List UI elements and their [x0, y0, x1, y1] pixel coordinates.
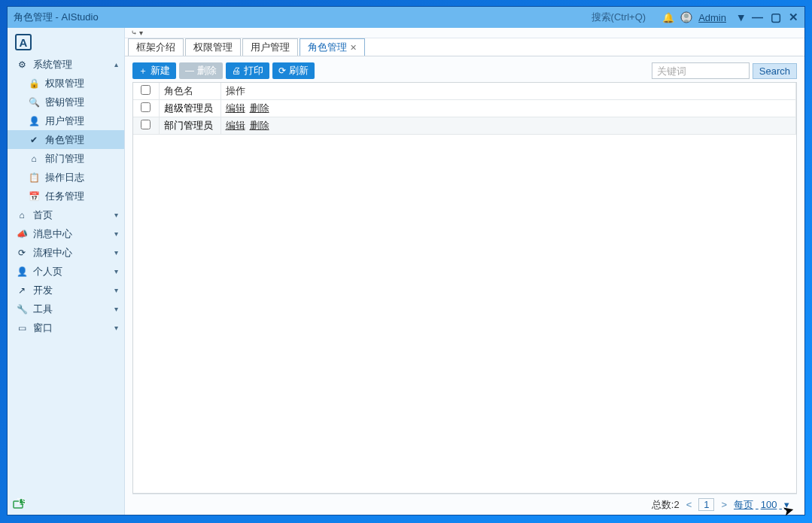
- window-title: 角色管理 - AIStudio: [14, 11, 99, 24]
- edit-link[interactable]: 编辑: [226, 102, 245, 114]
- sidebar-item-label: 个人页: [33, 265, 62, 278]
- select-all-header[interactable]: [133, 83, 159, 100]
- sidebar-item-14[interactable]: ▭窗口▾: [8, 318, 124, 337]
- chevron-icon: ▾: [114, 324, 118, 332]
- ops-cell: 编辑删除: [220, 117, 796, 135]
- sidebar-item-label: 窗口: [33, 321, 53, 335]
- chevron-down-icon: ▾: [784, 499, 789, 510]
- app-logo[interactable]: A: [15, 34, 32, 50]
- tab-2[interactable]: 用户管理: [242, 38, 298, 56]
- sidebar-item-label: 消息中心: [33, 227, 72, 241]
- edit-link[interactable]: 编辑: [226, 120, 245, 131]
- chevron-icon: ▾: [114, 230, 118, 238]
- new-button[interactable]: ＋新建: [132, 62, 176, 79]
- sidebar-item-4[interactable]: ✔角色管理: [8, 130, 124, 149]
- sidebar-item-1[interactable]: 🔒权限管理: [8, 74, 124, 93]
- sidebar-icon: 📣: [17, 229, 27, 239]
- tab-0[interactable]: 框架介绍: [128, 38, 184, 56]
- global-search-hint[interactable]: 搜索(Ctrl+Q): [592, 11, 646, 24]
- keyword-input[interactable]: [652, 62, 750, 79]
- chevron-icon: ▾: [114, 211, 118, 219]
- sidebar-item-10[interactable]: ⟳流程中心▾: [8, 243, 124, 262]
- sidebar-icon: 🔍: [29, 97, 39, 108]
- sidebar-icon: 📅: [29, 191, 39, 202]
- main-window: 角色管理 - AIStudio 搜索(Ctrl+Q) 🔔 Admin ▾ — ▢…: [7, 6, 805, 515]
- svg-point-1: [684, 14, 689, 18]
- role-header[interactable]: 角色名: [159, 83, 220, 100]
- titlebar[interactable]: 角色管理 - AIStudio 搜索(Ctrl+Q) 🔔 Admin ▾ — ▢…: [8, 7, 804, 28]
- svg-text:19: 19: [17, 498, 26, 506]
- sidebar-item-12[interactable]: ↗开发▾: [8, 281, 124, 300]
- row-checkbox[interactable]: [141, 102, 151, 112]
- refresh-button[interactable]: ⟳刷新: [272, 62, 315, 79]
- table-row: 部门管理员编辑删除: [133, 117, 796, 135]
- sidebar-icon: ⟳: [17, 248, 27, 258]
- sidebar-icon: ✔: [29, 135, 39, 145]
- chevron-down-icon[interactable]: ▾: [738, 11, 744, 24]
- tab-label: 权限管理: [193, 41, 233, 54]
- close-icon[interactable]: ✕: [789, 11, 798, 24]
- select-all-checkbox[interactable]: [141, 85, 151, 95]
- sidebar-item-5[interactable]: ⌂部门管理: [8, 149, 124, 168]
- chevron-icon: ▾: [114, 286, 118, 294]
- sidebar-icon: ⚙: [17, 59, 27, 70]
- delete-link[interactable]: 删除: [250, 102, 269, 114]
- refresh-icon: ⟳: [278, 65, 286, 76]
- print-icon: 🖨: [232, 65, 241, 76]
- sidebar-item-9[interactable]: 📣消息中心▾: [8, 224, 124, 243]
- sidebar-icon: ⌂: [29, 154, 39, 164]
- tab-1[interactable]: 权限管理: [185, 38, 241, 56]
- sidebar-item-label: 部门管理: [45, 152, 84, 166]
- chevron-icon: ▾: [114, 248, 118, 257]
- table-header-row: 角色名 操作: [133, 83, 796, 100]
- maximize-icon[interactable]: ▢: [771, 11, 781, 24]
- sidebar-item-2[interactable]: 🔍密钥管理: [8, 93, 124, 111]
- tab-strip: 框架介绍权限管理用户管理角色管理✕: [125, 38, 804, 56]
- search-button[interactable]: Search: [753, 63, 797, 79]
- delete-link[interactable]: 删除: [250, 120, 269, 131]
- user-link[interactable]: Admin: [698, 12, 726, 23]
- delete-button[interactable]: —删除: [179, 62, 223, 79]
- toolbar: ＋新建 —删除 🖨打印 ⟳刷新 Search: [132, 62, 797, 79]
- sidebar-item-8[interactable]: ⌂首页▾: [8, 205, 124, 224]
- sidebar-icon: ↗: [17, 285, 27, 296]
- tab-3[interactable]: 角色管理✕: [300, 38, 365, 56]
- quick-access-bar[interactable]: ⤷ ▾: [125, 28, 804, 38]
- chevron-icon: ▴: [114, 60, 118, 68]
- sidebar-item-6[interactable]: 📋操作日志: [8, 168, 124, 187]
- pager-next[interactable]: >: [719, 499, 729, 510]
- sidebar-item-label: 权限管理: [45, 77, 84, 90]
- close-icon[interactable]: ✕: [350, 43, 357, 53]
- sidebar-item-label: 开发: [33, 284, 53, 297]
- pager-size[interactable]: 每页 100 ▾: [734, 498, 789, 512]
- pager: 总数:2 < 1 > 每页 100 ▾: [132, 494, 797, 515]
- sidebar-item-label: 密钥管理: [45, 96, 84, 109]
- sidebar-icon: 👤: [17, 266, 27, 277]
- sidebar-item-label: 用户管理: [45, 114, 84, 128]
- plus-icon: ＋: [138, 65, 147, 78]
- sidebar-item-label: 流程中心: [33, 246, 72, 260]
- table-row: 超级管理员编辑删除: [133, 100, 796, 117]
- ops-header[interactable]: 操作: [220, 83, 796, 100]
- pager-prev[interactable]: <: [684, 499, 695, 510]
- sidebar-item-label: 任务管理: [45, 190, 84, 203]
- pager-page[interactable]: 1: [698, 498, 714, 511]
- sidebar-icon: 📋: [29, 172, 39, 183]
- role-cell: 超级管理员: [159, 100, 220, 117]
- row-checkbox[interactable]: [141, 120, 151, 129]
- tab-label: 角色管理: [308, 41, 347, 54]
- avatar-icon[interactable]: [680, 11, 692, 23]
- sidebar-item-7[interactable]: 📅任务管理: [8, 187, 124, 205]
- sidebar-icon: ▭: [17, 323, 27, 333]
- sidebar-item-11[interactable]: 👤个人页▾: [8, 262, 124, 281]
- print-button[interactable]: 🖨打印: [226, 62, 269, 79]
- bell-icon[interactable]: 🔔: [662, 11, 674, 23]
- sidebar-item-3[interactable]: 👤用户管理: [8, 111, 124, 130]
- sidebar-item-0[interactable]: ⚙系统管理▴: [8, 55, 124, 74]
- sidebar-item-label: 系统管理: [33, 58, 72, 71]
- sidebar-icon: 👤: [29, 116, 39, 126]
- status-icon[interactable]: 19: [12, 498, 26, 512]
- minimize-icon[interactable]: —: [752, 11, 763, 24]
- sidebar-item-13[interactable]: 🔧工具▾: [8, 300, 124, 318]
- sidebar-icon: 🔧: [17, 304, 27, 315]
